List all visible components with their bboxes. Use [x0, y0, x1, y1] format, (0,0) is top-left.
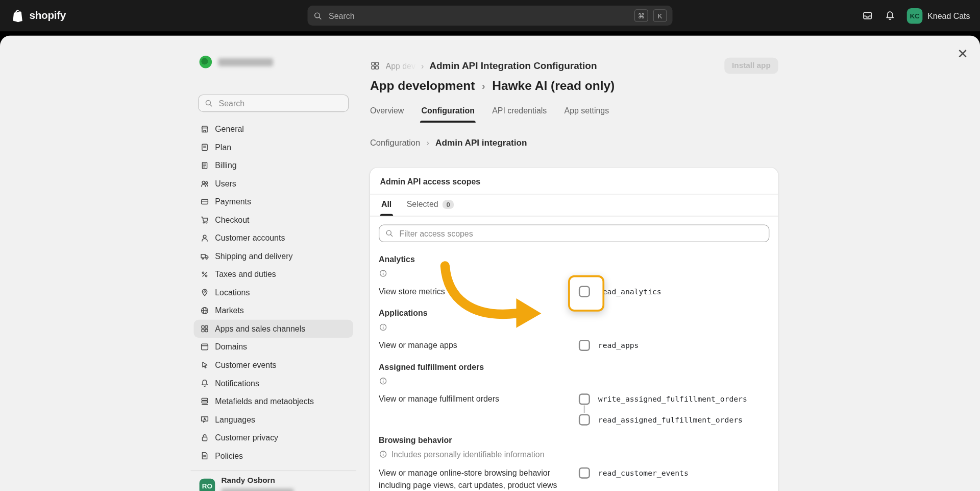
- scope-section-heading: Analytics: [379, 254, 769, 264]
- tab-configuration[interactable]: Configuration: [422, 106, 475, 123]
- scope-option: read_apps: [579, 340, 639, 351]
- tab-selected[interactable]: Selected 0: [405, 200, 455, 216]
- filter-access-scopes[interactable]: [379, 225, 769, 242]
- policies-icon: [200, 451, 210, 460]
- close-icon[interactable]: ✕: [956, 45, 969, 61]
- sidebar-item-general[interactable]: General: [194, 120, 353, 138]
- app-header: App development › Hawke AI (read only): [370, 79, 778, 93]
- config-breadcrumb: Configuration › Admin API integration: [370, 137, 778, 148]
- scope-code: read_assigned_fulfillment_orders: [598, 415, 743, 424]
- sidebar-item-shipping-and-delivery[interactable]: Shipping and delivery: [194, 247, 353, 266]
- info-icon: [379, 269, 387, 278]
- sidebar-item-label: Locations: [215, 288, 250, 297]
- sidebar-item-label: Billing: [215, 161, 236, 170]
- updates-inbox-icon[interactable]: [862, 10, 873, 21]
- sidebar-item-policies[interactable]: Policies: [194, 447, 353, 465]
- user-menu[interactable]: KC Knead Cats: [907, 8, 970, 24]
- sidebar-item-taxes-and-duties[interactable]: Taxes and duties: [194, 265, 353, 284]
- billing-icon: [200, 161, 210, 170]
- store-icon: [200, 125, 210, 134]
- scope-code: read_customer_events: [598, 469, 689, 477]
- sidebar-item-payments[interactable]: Payments: [194, 193, 353, 211]
- breadcrumb: App dev › Admin API Integration Configur…: [370, 60, 597, 72]
- checkbox-read_assigned_fulfillment_orders[interactable]: [579, 414, 590, 425]
- k-key-badge: K: [653, 9, 667, 21]
- scope-option: write_assigned_fulfillment_orders: [579, 393, 747, 405]
- screen: shopify ⌘ K KC Knead Cats ✕: [0, 0, 980, 491]
- settings-sidebar: General Plan Billing Users Payments Chec…: [190, 50, 356, 491]
- chevron-separator: ›: [421, 61, 424, 70]
- sidebar-footer: RO Randy Osborn: [190, 471, 356, 491]
- checkbox-read_customer_events[interactable]: [579, 467, 590, 478]
- sidebar-item-checkout[interactable]: Checkout: [194, 211, 353, 229]
- sidebar-item-label: Policies: [215, 451, 243, 460]
- tab-selected-label: Selected: [407, 200, 438, 209]
- tab-app-settings[interactable]: App settings: [565, 106, 609, 123]
- search-icon: [204, 99, 213, 107]
- sidebar-item-label: Taxes and duties: [215, 270, 276, 279]
- privacy-icon: [200, 433, 210, 442]
- scope-option: read_assigned_fulfillment_orders: [579, 414, 747, 425]
- sidebar-item-customer-accounts[interactable]: Customer accounts: [194, 229, 353, 247]
- topbar-actions: KC Knead Cats: [862, 0, 970, 31]
- shopify-logo[interactable]: shopify: [11, 0, 66, 31]
- sidebar-item-customer-events[interactable]: Customer events: [194, 356, 353, 375]
- card-title: Admin API access scopes: [380, 177, 768, 186]
- breadcrumb-app-dev[interactable]: App dev: [386, 61, 415, 70]
- sidebar-item-locations[interactable]: Locations: [194, 284, 353, 302]
- scope-section: Assigned fulfillment orders View or mana…: [379, 362, 769, 425]
- sidebar-item-users[interactable]: Users: [194, 175, 353, 193]
- markets-icon: [200, 306, 210, 315]
- install-app-button[interactable]: Install app: [724, 58, 778, 74]
- sidebar-item-metafields-and-metaobjects[interactable]: Metafields and metaobjects: [194, 392, 353, 411]
- checkbox-read_analytics[interactable]: [579, 286, 590, 297]
- languages-icon: [200, 415, 210, 424]
- tab-overview[interactable]: Overview: [370, 106, 404, 123]
- shopify-wordmark: shopify: [30, 9, 66, 21]
- tab-all[interactable]: All: [380, 200, 393, 216]
- shipping-icon: [200, 251, 210, 261]
- settings-search[interactable]: [198, 95, 349, 112]
- alerts-bell-icon[interactable]: [885, 10, 896, 21]
- sidebar-item-label: Customer accounts: [215, 233, 285, 243]
- sidebar-item-label: Plan: [215, 143, 231, 152]
- sidebar-item-notifications[interactable]: Notifications: [194, 374, 353, 392]
- sidebar-item-domains[interactable]: Domains: [194, 338, 353, 356]
- scope-description: View or manage online-store browsing beh…: [379, 466, 579, 491]
- sidebar-item-customer-privacy[interactable]: Customer privacy: [194, 429, 353, 447]
- sidebar-item-label: Customer privacy: [215, 433, 278, 442]
- scope-code: read_analytics: [598, 287, 662, 296]
- scope-row: View or manage online-store browsing beh…: [379, 466, 769, 491]
- access-scopes-card: Admin API access scopes All Selected 0: [370, 168, 778, 491]
- domains-icon: [200, 342, 210, 352]
- sidebar-user-avatar: RO: [200, 478, 215, 491]
- sidebar-item-plan[interactable]: Plan: [194, 138, 353, 157]
- cmd-key-badge: ⌘: [634, 9, 648, 21]
- settings-search-input[interactable]: [217, 98, 342, 109]
- sidebar-item-label: Languages: [215, 415, 255, 424]
- users-icon: [200, 179, 210, 188]
- checkbox-read_apps[interactable]: [579, 340, 590, 351]
- chevron-separator: ›: [482, 80, 485, 92]
- pii-note-text: Includes personally identifiable informa…: [391, 450, 545, 459]
- sidebar-item-billing[interactable]: Billing: [194, 156, 353, 175]
- global-search[interactable]: ⌘ K: [307, 6, 672, 26]
- scope-code: read_apps: [598, 341, 639, 349]
- checkbox-write_assigned_fulfillment_orders[interactable]: [579, 393, 590, 405]
- sidebar-item-label: Users: [215, 179, 236, 188]
- admin-api-integration-crumb: Admin API integration: [435, 137, 527, 148]
- sidebar-user[interactable]: RO Randy Osborn: [190, 471, 356, 491]
- scope-row: View or manage fulfillment orders write_…: [379, 392, 769, 425]
- sidebar-item-label: Markets: [215, 306, 244, 315]
- sidebar-item-markets[interactable]: Markets: [194, 301, 353, 320]
- scope-section: Analytics View store metrics read_analyt…: [379, 254, 769, 298]
- store-switcher[interactable]: [190, 50, 356, 75]
- sidebar-item-apps-and-sales-channels[interactable]: Apps and sales channels: [194, 320, 353, 338]
- configuration-crumb[interactable]: Configuration: [370, 138, 420, 147]
- app-development-link[interactable]: App development: [370, 79, 475, 93]
- settings-content: App dev › Admin API Integration Configur…: [370, 56, 778, 491]
- filter-access-scopes-input[interactable]: [398, 228, 763, 239]
- tab-api-credentials[interactable]: API credentials: [492, 106, 547, 123]
- global-search-input[interactable]: [328, 10, 629, 21]
- sidebar-item-languages[interactable]: Languages: [194, 410, 353, 429]
